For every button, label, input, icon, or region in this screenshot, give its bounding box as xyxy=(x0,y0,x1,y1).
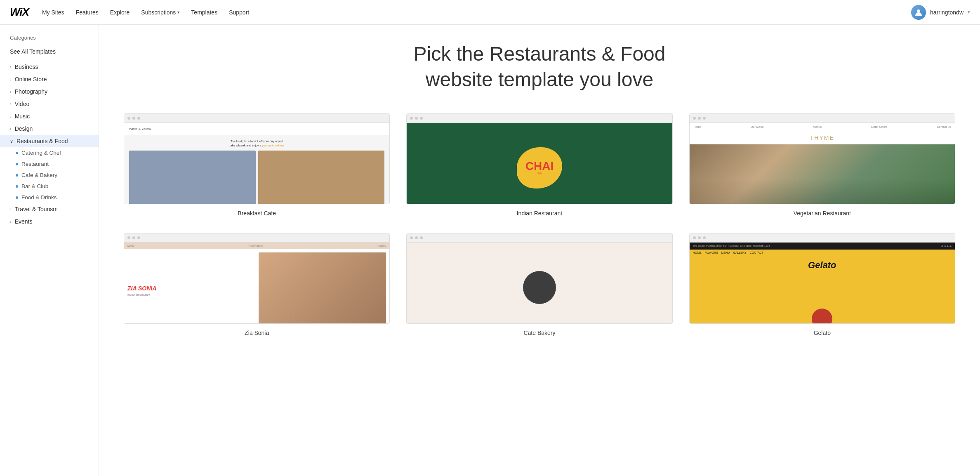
template-preview-vegetarian-restaurant: HomeOur MenuMenusOrder OnlineContact us … xyxy=(689,113,955,204)
nav-my-sites[interactable]: My Sites xyxy=(42,9,64,16)
bullet-icon xyxy=(16,174,18,177)
browser-dot xyxy=(420,236,423,239)
browser-dot xyxy=(410,236,413,239)
header: WiX My Sites Features Explore Subscripti… xyxy=(0,0,980,25)
template-card-vegetarian-restaurant[interactable]: HomeOur MenuMenusOrder OnlineContact us … xyxy=(689,113,955,217)
veg-nav: HomeOur MenuMenusOrder OnlineContact us xyxy=(690,123,955,131)
template-card-indian-restaurant[interactable]: CHAI चाय Indian Restaurant xyxy=(406,113,672,217)
browser-dot xyxy=(132,236,135,239)
sidebar-subitem-cafe-bakery[interactable]: Cafe & Bakery xyxy=(0,170,99,181)
bc-headline: The best place to kick off your day or j… xyxy=(124,135,389,151)
browser-dot xyxy=(420,117,423,120)
sidebar-item-travel-tourism[interactable]: › Travel & Tourism xyxy=(0,203,99,215)
browser-dot xyxy=(693,117,696,120)
chevron-right-icon: › xyxy=(10,126,12,131)
chevron-right-icon: › xyxy=(10,77,12,82)
sidebar-item-events[interactable]: › Events xyxy=(0,215,99,228)
template-card-cate-bakery[interactable]: Cate Bakery xyxy=(406,233,672,336)
template-name-zia-sonia: Zia Sonia xyxy=(124,330,390,336)
template-name-indian-restaurant: Indian Restaurant xyxy=(406,210,672,217)
template-name-cate-bakery: Cate Bakery xyxy=(406,330,672,336)
subscriptions-chevron-icon: ▾ xyxy=(177,10,179,14)
sidebar-item-video[interactable]: › Video xyxy=(0,98,99,110)
bullet-icon xyxy=(16,185,18,188)
chai-text: CHAI xyxy=(525,160,554,172)
avatar xyxy=(911,5,926,20)
veg-image xyxy=(690,144,955,204)
browser-dot xyxy=(693,236,696,239)
zia-header: MenuReservationsGallery xyxy=(124,243,389,249)
browser-dot xyxy=(127,236,130,239)
sidebar-subitem-food-drinks[interactable]: Food & Drinks xyxy=(0,192,99,203)
sidebar-subitem-restaurant[interactable]: Restaurant xyxy=(0,158,99,170)
template-preview-breakfast-cafe: White & Yellow The best place to kick of… xyxy=(124,113,390,204)
template-card-breakfast-cafe[interactable]: White & Yellow The best place to kick of… xyxy=(124,113,390,217)
zia-name: ZIA SONIA xyxy=(127,285,255,292)
main-nav: My Sites Features Explore Subscriptions … xyxy=(42,9,911,16)
nav-subscriptions[interactable]: Subscriptions ▾ xyxy=(141,9,179,16)
bullet-icon xyxy=(16,163,18,165)
svg-point-0 xyxy=(917,9,920,13)
chevron-right-icon: › xyxy=(10,64,12,69)
template-preview-indian-restaurant: CHAI चाय xyxy=(406,113,672,204)
username-label: harringtondw xyxy=(930,9,964,16)
sidebar-item-online-store[interactable]: › Online Store xyxy=(0,73,99,85)
browser-dot xyxy=(132,117,135,120)
bc-top-bar: White & Yellow xyxy=(124,123,389,135)
sidebar-item-restaurants-food[interactable]: ∨ Restaurants & Food xyxy=(0,135,99,147)
template-name-gelato: Gelato xyxy=(689,330,955,336)
user-menu-chevron-icon: ▾ xyxy=(968,9,970,15)
browser-dot xyxy=(137,117,140,120)
template-name-vegetarian-restaurant: Vegetarian Restaurant xyxy=(689,210,955,217)
nav-explore[interactable]: Explore xyxy=(110,9,130,16)
sidebar-item-design[interactable]: › Design xyxy=(0,123,99,135)
bc-image-2 xyxy=(258,151,385,204)
chevron-right-icon: › xyxy=(10,89,12,94)
template-card-gelato[interactable]: 500 Yes It's Pizzeria Street San Francis… xyxy=(689,233,955,336)
template-preview-gelato: 500 Yes It's Pizzeria Street San Francis… xyxy=(689,233,955,324)
browser-dot xyxy=(127,117,130,120)
nav-templates[interactable]: Templates xyxy=(191,9,217,16)
chai-subtext: चाय xyxy=(537,172,542,175)
nav-support[interactable]: Support xyxy=(229,9,249,16)
sidebar-categories-title: Categories xyxy=(0,33,99,42)
sidebar-item-business[interactable]: › Business xyxy=(0,61,99,73)
sidebar: Categories See All Templates › Business … xyxy=(0,25,99,476)
veg-title: THYME xyxy=(690,131,955,144)
logo[interactable]: WiX xyxy=(10,6,29,19)
browser-dot xyxy=(415,236,418,239)
browser-dot xyxy=(415,117,418,120)
cate-bakery-blob xyxy=(523,271,556,304)
chevron-right-icon: › xyxy=(10,114,12,119)
gelato-fruit-icon xyxy=(812,309,832,324)
browser-dot xyxy=(698,117,701,120)
zia-image xyxy=(259,252,386,324)
sidebar-item-music[interactable]: › Music xyxy=(0,110,99,123)
template-preview-zia-sonia: MenuReservationsGallery ZIA SONIA Italia… xyxy=(124,233,390,324)
browser-dot xyxy=(703,236,706,239)
gelato-topbar: 500 Yes It's Pizzeria Street San Francis… xyxy=(690,243,955,250)
bullet-icon xyxy=(16,152,18,154)
page-layout: Categories See All Templates › Business … xyxy=(0,25,980,476)
hero-section: Pick the Restaurants & Food website temp… xyxy=(124,41,955,93)
bc-image-1 xyxy=(129,151,256,204)
template-grid: White & Yellow The best place to kick of… xyxy=(124,113,955,336)
sidebar-see-all[interactable]: See All Templates xyxy=(0,46,99,57)
sidebar-subitem-catering-chef[interactable]: Catering & Chef xyxy=(0,147,99,158)
user-menu[interactable]: harringtondw ▾ xyxy=(911,5,970,20)
browser-dot xyxy=(698,236,701,239)
template-card-zia-sonia[interactable]: MenuReservationsGallery ZIA SONIA Italia… xyxy=(124,233,390,336)
chevron-right-icon: › xyxy=(10,219,12,224)
template-name-breakfast-cafe: Breakfast Cafe xyxy=(124,210,390,217)
browser-dot xyxy=(137,236,140,239)
main-content: Pick the Restaurants & Food website temp… xyxy=(99,25,980,476)
sidebar-item-photography[interactable]: › Photography xyxy=(0,85,99,98)
browser-dot xyxy=(410,117,413,120)
chevron-right-icon: › xyxy=(10,101,12,106)
chai-blob: CHAI चाय xyxy=(517,147,562,189)
sidebar-subitem-bar-club[interactable]: Bar & Club xyxy=(0,181,99,192)
chevron-down-icon: ∨ xyxy=(10,139,13,144)
nav-features[interactable]: Features xyxy=(76,9,99,16)
bullet-icon xyxy=(16,196,18,199)
gelato-title: Gelato xyxy=(690,256,955,275)
